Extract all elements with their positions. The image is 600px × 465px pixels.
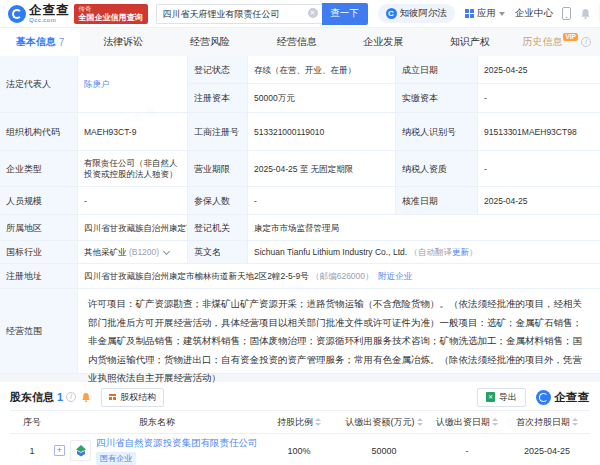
- promo-tag: 传奇: [79, 6, 143, 13]
- expand-row-button[interactable]: [54, 445, 65, 456]
- legal-representative-link[interactable]: 陈庚户: [84, 78, 110, 90]
- table-row: 1 四川省自然资源投资集团有限责任公司 国有企业 100% 50000 - 20…: [10, 434, 590, 465]
- apps-label: 应用: [477, 7, 496, 20]
- field-value: -: [478, 84, 600, 112]
- field-label: 经营范围: [0, 289, 78, 373]
- industry-dropdown[interactable]: 其他采矿业 (B1200): [78, 241, 188, 263]
- translate-note: （自动翻译: [409, 246, 452, 258]
- tab-bar: 基本信息 7 法律诉讼 经营风险 经营信息 企业发展 知识产权 历史信息 VIP: [0, 28, 600, 56]
- col-date[interactable]: 认缴出资日期: [430, 416, 504, 429]
- sort-icon[interactable]: [315, 418, 321, 426]
- field-value: 有限责任公司（非自然人投资或控股的法人独资）: [84, 158, 181, 180]
- shareholders-section: 股东信息 1 股权结构 导出 企查查: [0, 384, 600, 465]
- col-label: 持股比例: [277, 417, 313, 427]
- qcc-logo-icon: [8, 5, 26, 23]
- field-value: 四川省甘孜藏族自治州康定市: [78, 215, 188, 240]
- sort-icon[interactable]: [417, 418, 423, 426]
- industry-code: (B1200): [129, 246, 159, 258]
- org-chart-icon: [109, 394, 116, 400]
- translate-update-link[interactable]: 更新: [452, 246, 469, 258]
- logo-title: 企查查: [29, 4, 70, 17]
- promo-badge: 传奇 全国企业信用查询: [74, 4, 148, 24]
- field-value: 91513301MAEH93CT98: [478, 113, 600, 150]
- search-input[interactable]: [156, 4, 322, 24]
- mobile-app-icon[interactable]: [562, 7, 571, 20]
- qcc-logo[interactable]: 企查查 Qcc.com: [8, 4, 70, 24]
- tab-history-info[interactable]: 历史信息 VIP: [513, 28, 600, 56]
- field-label: 登记机关: [188, 215, 248, 240]
- top-bar: 企查查 Qcc.com 传奇 全国企业信用查询 查一下 知彼阿尔法 应用 企业中…: [0, 0, 600, 28]
- enterprise-center-link[interactable]: 企业中心: [515, 7, 553, 20]
- sort-icon[interactable]: [492, 418, 498, 426]
- vip-badge: VIP: [563, 33, 577, 41]
- field-label: 营业期限: [188, 151, 248, 186]
- tab-company-development[interactable]: 企业发展: [340, 28, 427, 56]
- tab-label: 企业发展: [363, 35, 403, 49]
- field-value: 存续（在营、开业、在册）: [248, 56, 396, 83]
- field-label: 核准日期: [396, 187, 478, 214]
- info-icon[interactable]: [66, 392, 76, 402]
- qcc-company-page: 企查查 Qcc.com 传奇 全国企业信用查询 查一下 知彼阿尔法 应用 企业中…: [0, 0, 600, 465]
- field-label: 成立日期: [396, 56, 478, 83]
- amount-value: 50000: [338, 446, 430, 456]
- field-label: 参保人数: [188, 187, 248, 214]
- field-value: -: [78, 187, 188, 214]
- business-scope-value: 许可项目：矿产资源勘查；非煤矿山矿产资源开采；道路货物运输（不含危险货物）。（依…: [78, 289, 600, 373]
- apps-menu[interactable]: 应用: [465, 7, 505, 20]
- tab-label: 经营风险: [190, 35, 230, 49]
- alfa-label: 知彼阿尔法: [400, 7, 448, 20]
- field-label: 工商注册号: [188, 113, 248, 150]
- field-label: 纳税人识别号: [396, 113, 478, 150]
- info-icon[interactable]: [581, 37, 591, 47]
- sort-icon[interactable]: [572, 418, 578, 426]
- tab-intellectual-property[interactable]: 知识产权: [427, 28, 514, 56]
- excel-icon: [486, 392, 495, 402]
- chevron-down-icon: [163, 247, 170, 254]
- col-ratio[interactable]: 持股比例: [260, 416, 338, 429]
- tab-operation-info[interactable]: 经营信息: [253, 28, 340, 56]
- field-value: -: [478, 151, 600, 186]
- field-label: 注册地址: [0, 264, 78, 288]
- field-value: 2025-04-25 至 无固定期限: [248, 151, 396, 186]
- alfa-icon: [386, 8, 397, 19]
- notification-bell-icon[interactable]: [580, 8, 591, 20]
- state-owned-tag: 国有企业: [96, 452, 136, 465]
- tab-label: 法律诉讼: [103, 35, 143, 49]
- tab-label: 知识产权: [450, 35, 490, 49]
- equity-structure-button[interactable]: 股权结构: [101, 388, 164, 407]
- shareholders-title: 股东信息: [10, 390, 54, 405]
- postcode: （邮编626000）: [311, 270, 373, 282]
- qcc-watermark-brand: 企查查: [536, 390, 590, 405]
- subscribe-bell-icon[interactable]: [81, 392, 91, 403]
- qcc-logo-icon: [536, 390, 551, 405]
- field-value: MAEH93CT-9: [78, 113, 188, 150]
- field-label: 所属地区: [0, 215, 78, 240]
- col-amount[interactable]: 认缴出资额(万元): [338, 416, 430, 429]
- col-label: 认缴出资额(万元): [346, 417, 415, 427]
- tab-operation-risk[interactable]: 经营风险: [167, 28, 254, 56]
- field-label: 注册资本: [188, 84, 248, 112]
- alfa-nav-item[interactable]: 知彼阿尔法: [378, 4, 456, 23]
- ratio-value: 100%: [260, 446, 338, 456]
- clear-search-icon[interactable]: [308, 8, 318, 18]
- basic-info-table: 法定代表人 陈庚户 登记状态 存续（在营、开业、在册） 成立日期 2025-04…: [0, 56, 600, 374]
- field-label: 国标行业: [0, 241, 78, 263]
- shareholder-name-link[interactable]: 四川省自然资源投资集团有限责任公司: [96, 437, 258, 450]
- export-label: 导出: [499, 391, 517, 404]
- tab-label: 经营信息: [277, 35, 317, 49]
- tab-count: 7: [59, 37, 65, 48]
- search-button[interactable]: 查一下: [322, 3, 368, 25]
- field-value: 2025-04-25: [478, 56, 600, 83]
- field-label: 组织机构代码: [0, 113, 78, 150]
- tab-legal-litigation[interactable]: 法律诉讼: [80, 28, 167, 56]
- export-button[interactable]: 导出: [477, 388, 526, 407]
- col-first-date[interactable]: 首次持股日期: [504, 416, 590, 429]
- tab-basic-info[interactable]: 基本信息 7: [0, 28, 80, 56]
- field-label: 实缴资本: [396, 84, 478, 112]
- translate-note-close: ）: [469, 246, 478, 258]
- field-label: 法定代表人: [0, 56, 78, 112]
- tab-label: 基本信息: [16, 35, 56, 49]
- industry-value: 其他采矿业: [84, 246, 127, 258]
- grid-icon: [465, 9, 474, 18]
- nearby-companies-link[interactable]: 附近企业: [378, 270, 412, 282]
